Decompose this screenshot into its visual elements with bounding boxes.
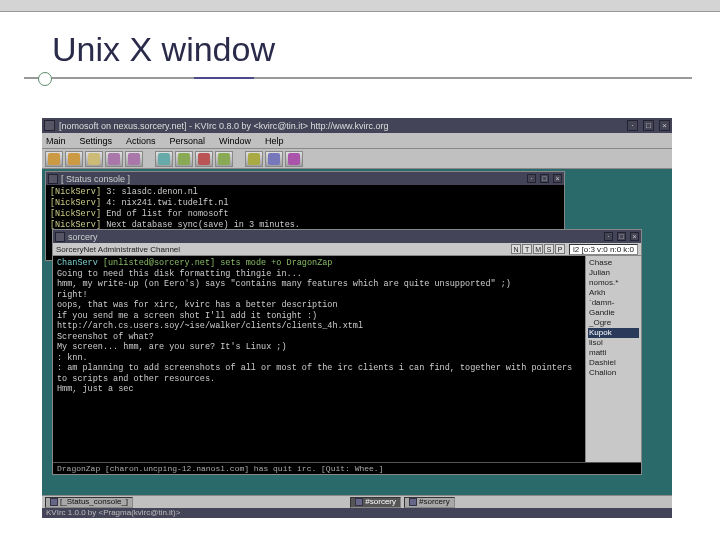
user-item[interactable]: Chase [588,258,639,268]
chat-line: if you send me a screen shot I'll add it… [57,311,581,322]
toolbar-button-2[interactable] [85,151,103,167]
channel-mode-flags[interactable]: NTMSP [511,244,565,254]
close-button[interactable]: × [553,174,562,183]
menu-settings[interactable]: Settings [80,136,113,146]
chat-line: Hmm, just a sec [57,384,581,395]
slide-title: Unix X window [0,12,720,73]
statusbar: KVIrc 1.0.0 by <Pragma(kvirc@tin.it)> [42,508,672,518]
user-item[interactable]: Dashiel [588,358,639,368]
slide-top-border [0,0,720,12]
user-item[interactable]: Julian [588,268,639,278]
toolbar-button-6[interactable] [175,151,193,167]
user-item[interactable]: Arkh [588,288,639,298]
slide-title-rule [24,77,692,79]
chat-line: Screenshot of what? [57,332,581,343]
channel-topic-bar: SorceryNet Administrative Channel NTMSP … [53,243,641,256]
mode-flag-T[interactable]: T [522,244,532,254]
chat-line: ChanServ [unlisted@sorcery.net] sets mod… [57,258,581,269]
toolbar-button-3[interactable] [105,151,123,167]
status-console-titlebar[interactable]: [ Status console ] · □ × [46,172,564,185]
user-item[interactable]: `damn- [588,298,639,308]
user-item[interactable]: matti [588,348,639,358]
window-icon [55,232,65,242]
toolbar-button-7[interactable] [195,151,213,167]
user-item[interactable]: Gandie [588,308,639,318]
menu-personal[interactable]: Personal [170,136,206,146]
user-item[interactable]: lisol [588,338,639,348]
channel-mode-field: l2 [o:3 v:0 n:0 k:0 [569,244,638,255]
mode-flag-S[interactable]: S [544,244,554,254]
channel-window[interactable]: sorcery · □ × SorceryNet Administrative … [52,229,642,475]
chat-line: oops, that was for xirc, kvirc has a bet… [57,300,581,311]
user-item[interactable]: _Ogre [588,318,639,328]
toolbar-button-9[interactable] [245,151,263,167]
maximize-button[interactable]: □ [643,120,654,131]
menu-main[interactable]: Main [46,136,66,146]
channel-topic: SorceryNet Administrative Channel [56,245,180,254]
chat-line: My screen... hmm, are you sure? It's Lin… [57,342,581,353]
minimize-button[interactable]: · [627,120,638,131]
min-button[interactable]: · [604,232,613,241]
taskbar: [_Status_console_]#sorcery#sorcery [42,495,672,508]
toolbar-button-10[interactable] [265,151,283,167]
channel-titlebar[interactable]: sorcery · □ × [53,230,641,243]
user-item[interactable]: Kupok [588,328,639,338]
user-item[interactable]: nomos.* [588,278,639,288]
toolbar-button-4[interactable] [125,151,143,167]
channel-userlist[interactable]: ChaseJuliannomos.*Arkh`damn-Gandie_OgreK… [585,256,641,462]
close-button[interactable]: × [659,120,670,131]
system-menu-icon[interactable] [44,120,55,131]
max-button[interactable]: □ [540,174,549,183]
max-button[interactable]: □ [617,232,626,241]
toolbar-button-8[interactable] [215,151,233,167]
menu-help[interactable]: Help [265,136,284,146]
toolbar-button-11[interactable] [285,151,303,167]
chat-line: hmm, my write-up (on Eero's) says "conta… [57,279,581,290]
toolbar-button-0[interactable] [45,151,63,167]
channel-input[interactable]: DragonZap [charon.uncping-12.nanosl.com]… [53,462,641,474]
taskbar-item[interactable]: #sorcery [404,497,455,508]
window-icon [48,174,58,184]
close-button[interactable]: × [630,232,639,241]
status-console-title: [ Status console ] [61,174,523,184]
menu-window[interactable]: Window [219,136,251,146]
mode-flag-P[interactable]: P [555,244,565,254]
toolbar-button-1[interactable] [65,151,83,167]
kvirc-main-window: [nomosoft on nexus.sorcery.net] - KVIrc … [42,118,672,518]
mode-flag-N[interactable]: N [511,244,521,254]
channel-title: sorcery [68,232,600,242]
main-titlebar[interactable]: [nomosoft on nexus.sorcery.net] - KVIrc … [42,118,672,133]
mode-flag-M[interactable]: M [533,244,543,254]
menu-actions[interactable]: Actions [126,136,156,146]
channel-chat-body: ChanServ [unlisted@sorcery.net] sets mod… [53,256,585,462]
min-button[interactable]: · [527,174,536,183]
mdi-workarea: [ Status console ] · □ × [NickServ] 3: s… [42,169,672,502]
chat-line: Going to need this disk formatting thing… [57,269,581,280]
main-title-text: [nomosoft on nexus.sorcery.net] - KVIrc … [59,121,389,131]
chat-line: : knn. [57,353,581,364]
chat-line: : am planning to add screenshots of all … [57,363,581,384]
chat-line: http://arch.cs.users.soy/~ise/walker/cli… [57,321,581,332]
user-item[interactable]: Chalion [588,368,639,378]
taskbar-item[interactable]: #sorcery [350,497,401,508]
chat-line: right! [57,290,581,301]
taskbar-item[interactable]: [_Status_console_] [45,497,133,508]
toolbar [42,149,672,169]
menubar: MainSettingsActionsPersonalWindowHelp [42,133,672,149]
toolbar-button-5[interactable] [155,151,173,167]
